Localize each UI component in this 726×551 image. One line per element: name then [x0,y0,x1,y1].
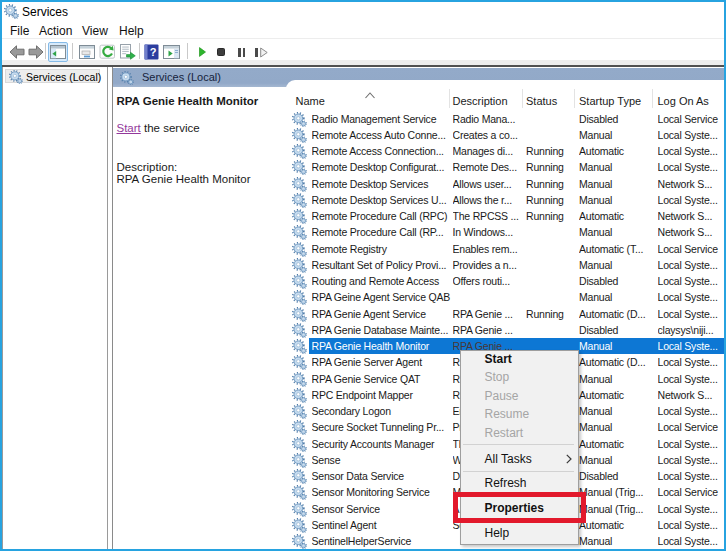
svg-text:?: ? [149,46,156,58]
